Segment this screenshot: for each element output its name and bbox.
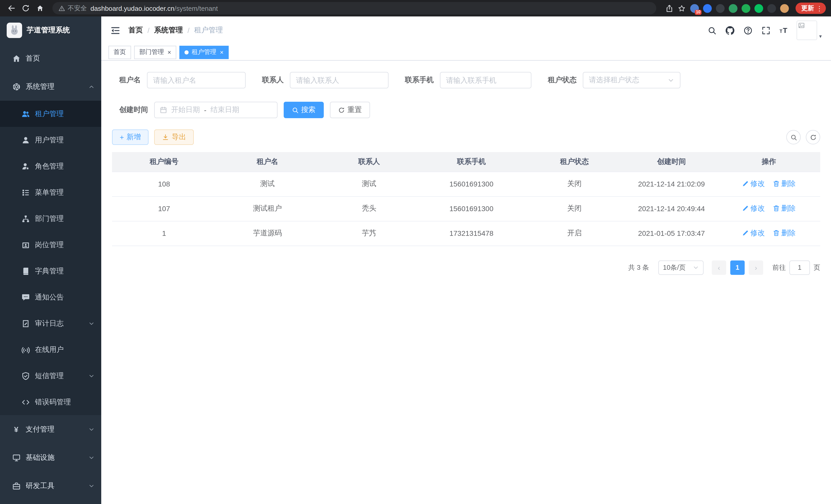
sidebar-item-error-code[interactable]: 错误码管理 bbox=[0, 389, 101, 415]
address-bar[interactable]: 不安全 dashboard.yudao.iocoder.cn/system/te… bbox=[52, 2, 656, 14]
cell-created-time: 2021-01-05 17:03:47 bbox=[625, 221, 717, 245]
edit-button[interactable]: 修改 bbox=[742, 179, 765, 188]
user-avatar[interactable]: ▾ bbox=[797, 21, 822, 40]
contact-input[interactable] bbox=[296, 76, 382, 84]
browser-home-icon[interactable] bbox=[34, 2, 46, 14]
breadcrumb: 首页 / 系统管理 / 租户管理 bbox=[128, 26, 223, 35]
sidebar-item-role[interactable]: 角色管理 bbox=[0, 153, 101, 179]
breadcrumb-home[interactable]: 首页 bbox=[128, 26, 143, 35]
extensions-area: 10 bbox=[690, 4, 789, 12]
fullscreen-icon[interactable] bbox=[762, 26, 770, 35]
reload-icon bbox=[22, 4, 30, 12]
sidebar-item-system[interactable]: 系统管理 bbox=[0, 72, 101, 101]
extension-icon[interactable] bbox=[754, 4, 763, 12]
sidebar-item-post[interactable]: 岗位管理 bbox=[0, 232, 101, 258]
extension-icon[interactable] bbox=[729, 4, 738, 12]
close-icon[interactable]: × bbox=[168, 49, 171, 55]
next-page-button[interactable]: › bbox=[749, 260, 763, 275]
share-icon[interactable] bbox=[665, 4, 673, 12]
delete-button[interactable]: 删除 bbox=[773, 179, 796, 188]
extension-icon[interactable] bbox=[767, 4, 776, 12]
breadcrumb-system[interactable]: 系统管理 bbox=[154, 26, 183, 35]
app-logo[interactable]: 芋道管理系统 bbox=[0, 17, 101, 44]
refresh-table-button[interactable] bbox=[806, 130, 820, 144]
sidebar-item-label: 首页 bbox=[26, 54, 40, 63]
shield-icon bbox=[21, 372, 30, 380]
sidebar-item-dev-tools[interactable]: 研发工具 bbox=[0, 472, 101, 500]
browser-back-icon[interactable] bbox=[5, 2, 18, 14]
search-icon[interactable] bbox=[708, 26, 716, 35]
profile-avatar-icon[interactable] bbox=[780, 4, 789, 12]
cell-contact: 测试 bbox=[319, 172, 419, 196]
security-label: 不安全 bbox=[67, 4, 87, 12]
phone-input[interactable] bbox=[446, 76, 525, 84]
extension-icon[interactable] bbox=[716, 4, 725, 12]
badge-icon bbox=[21, 241, 30, 249]
status-select-placeholder: 请选择租户状态 bbox=[589, 76, 639, 85]
date-separator: - bbox=[204, 106, 206, 114]
edit-button[interactable]: 修改 bbox=[742, 204, 765, 213]
sidebar-item-user[interactable]: 用户管理 bbox=[0, 127, 101, 153]
sidebar-item-notice[interactable]: 通知公告 bbox=[0, 284, 101, 310]
page-number-1[interactable]: 1 bbox=[730, 260, 745, 275]
tab-label: 租户管理 bbox=[192, 48, 217, 57]
date-start-placeholder: 开始日期 bbox=[171, 105, 200, 115]
tab-tenant[interactable]: 租户管理× bbox=[179, 46, 229, 59]
sidebar: 芋道管理系统 首页系统管理租户管理用户管理角色管理菜单管理部门管理岗位管理字典管… bbox=[0, 17, 101, 504]
reset-button[interactable]: 重置 bbox=[330, 102, 370, 118]
url-path: /system/tenant bbox=[174, 5, 218, 12]
sidebar-item-pay[interactable]: ¥支付管理 bbox=[0, 415, 101, 443]
add-button[interactable]: + 新增 bbox=[112, 129, 148, 145]
cell-actions: 修改删除 bbox=[717, 172, 820, 196]
extension-icon[interactable] bbox=[703, 4, 712, 12]
edit-button[interactable]: 修改 bbox=[742, 229, 765, 238]
sidebar-item-tenant[interactable]: 租户管理 bbox=[0, 101, 101, 127]
delete-button[interactable]: 删除 bbox=[773, 229, 796, 238]
bookmark-star-icon[interactable] bbox=[678, 4, 686, 12]
sidebar-item-menu[interactable]: 菜单管理 bbox=[0, 179, 101, 206]
tab-home[interactable]: 首页 bbox=[109, 46, 131, 59]
help-icon[interactable] bbox=[744, 26, 752, 35]
cell-phone: 15601691300 bbox=[419, 172, 523, 196]
cell-actions: 修改删除 bbox=[717, 196, 820, 221]
sidebar-item-dept[interactable]: 部门管理 bbox=[0, 206, 101, 232]
sidebar-item-home[interactable]: 首页 bbox=[0, 44, 101, 72]
menu-icon bbox=[21, 188, 30, 197]
sidebar-item-dict[interactable]: 字典管理 bbox=[0, 258, 101, 284]
gear-icon bbox=[12, 83, 21, 91]
page-size-select[interactable]: 10条/页 bbox=[658, 260, 704, 275]
tenant-name-input[interactable] bbox=[153, 76, 239, 84]
sidebar-fold-icon[interactable] bbox=[111, 25, 120, 35]
tab-dept[interactable]: 部门管理× bbox=[134, 46, 176, 59]
browser-reload-icon[interactable] bbox=[20, 2, 32, 14]
date-end-placeholder: 结束日期 bbox=[210, 105, 239, 115]
chevron-up-icon bbox=[88, 84, 94, 90]
extension-icon[interactable] bbox=[742, 4, 750, 12]
search-button[interactable]: 搜索 bbox=[284, 102, 324, 118]
prev-page-button[interactable]: ‹ bbox=[712, 260, 726, 275]
tabs-bar: 首页部门管理×租户管理× bbox=[101, 44, 831, 61]
extension-icon[interactable]: 10 bbox=[690, 4, 699, 12]
contact-label: 联系人 bbox=[262, 76, 284, 85]
font-size-icon[interactable]: TT bbox=[780, 27, 787, 34]
browser-update-button[interactable]: 更新 ⋮ bbox=[796, 3, 826, 14]
sidebar-item-sms[interactable]: 短信管理 bbox=[0, 363, 101, 389]
trash-icon bbox=[773, 230, 780, 237]
edit-icon bbox=[742, 181, 749, 187]
edit-icon bbox=[742, 205, 749, 212]
goto-page-input[interactable] bbox=[790, 260, 810, 275]
sidebar-item-audit-log[interactable]: 审计日志 bbox=[0, 310, 101, 336]
chevron-down-icon bbox=[88, 426, 94, 432]
sidebar-item-infra[interactable]: 基础设施 bbox=[0, 443, 101, 472]
date-range-picker[interactable]: 开始日期 - 结束日期 bbox=[154, 102, 278, 118]
sidebar-item-label: 部门管理 bbox=[35, 214, 64, 223]
close-icon[interactable]: × bbox=[220, 49, 224, 55]
export-button[interactable]: 导出 bbox=[154, 129, 194, 145]
breadcrumb-separator: / bbox=[188, 26, 190, 34]
delete-button[interactable]: 删除 bbox=[773, 204, 796, 213]
status-select[interactable]: 请选择租户状态 bbox=[583, 72, 681, 88]
sidebar-item-label: 错误码管理 bbox=[35, 397, 71, 407]
github-icon[interactable] bbox=[726, 26, 735, 35]
sidebar-item-online-user[interactable]: 在线用户 bbox=[0, 336, 101, 363]
toggle-search-button[interactable] bbox=[786, 130, 801, 144]
